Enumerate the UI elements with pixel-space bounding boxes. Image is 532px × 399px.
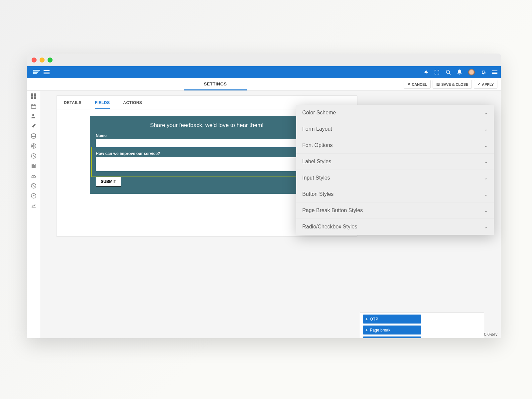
chevron-down-icon: ⌄ xyxy=(484,110,488,115)
fullscreen-icon[interactable] xyxy=(434,69,440,75)
database-icon[interactable] xyxy=(31,133,36,139)
svg-point-10 xyxy=(33,146,34,146)
gauge-icon[interactable] xyxy=(31,173,36,179)
menu-toggle-icon[interactable] xyxy=(44,70,50,74)
add-otp-button[interactable]: +OTP xyxy=(363,315,421,324)
more-menu-icon[interactable] xyxy=(492,70,497,74)
dashboard-icon[interactable] xyxy=(31,93,36,99)
appbar-actions xyxy=(423,69,497,75)
svg-rect-5 xyxy=(31,104,36,108)
accordion-page-break-button-styles[interactable]: Page Break Button Styles⌄ xyxy=(296,202,494,219)
chevron-down-icon: ⌄ xyxy=(484,192,488,197)
accordion-label: Label Styles xyxy=(302,159,331,165)
palette-label: OTP xyxy=(370,317,378,322)
styles-panel: Color Scheme⌄Form Layout⌄Font Options⌄La… xyxy=(296,105,494,235)
accordion-label: Form Layout xyxy=(302,126,332,132)
accordion-button-styles[interactable]: Button Styles⌄ xyxy=(296,186,494,202)
user-icon[interactable] xyxy=(31,113,36,119)
accordion-label: Page Break Button Styles xyxy=(302,207,363,213)
app-logo xyxy=(30,70,44,74)
apply-button[interactable]: ✓APPLY xyxy=(474,80,497,89)
svg-rect-3 xyxy=(31,96,33,99)
settings-bar: SETTINGS ✕CANCEL 🖫SAVE & CLOSE ✓APPLY xyxy=(27,78,501,91)
left-sidebar xyxy=(27,91,40,338)
traffic-light-minimize[interactable] xyxy=(40,58,45,63)
save-icon: 🖫 xyxy=(436,82,440,86)
chevron-down-icon: ⌄ xyxy=(484,224,488,229)
chevron-down-icon: ⌄ xyxy=(484,159,488,164)
macos-titlebar xyxy=(27,54,501,66)
gear-icon[interactable] xyxy=(481,69,486,75)
puzzle-icon[interactable] xyxy=(31,163,36,169)
cancel-button[interactable]: ✕CANCEL xyxy=(404,80,431,89)
submit-button[interactable]: SUBMIT xyxy=(96,177,121,187)
accordion-label: Button Styles xyxy=(302,191,333,197)
tab-fields[interactable]: FIELDS xyxy=(95,100,110,109)
accordion-font-options[interactable]: Font Options⌄ xyxy=(296,137,494,154)
rocket-icon[interactable] xyxy=(31,123,36,129)
plus-icon: + xyxy=(365,317,368,322)
accordion-label: Radio/Checkbox Styles xyxy=(302,224,357,230)
accordion-input-styles[interactable]: Input Styles⌄ xyxy=(296,170,494,186)
ban-icon[interactable] xyxy=(31,183,36,189)
field-label: How can we improve our service? xyxy=(96,151,318,156)
accordion-radio-checkbox-styles[interactable]: Radio/Checkbox Styles⌄ xyxy=(296,219,494,235)
chevron-down-icon: ⌄ xyxy=(484,127,488,132)
chevron-down-icon: ⌄ xyxy=(484,208,488,213)
chevron-down-icon: ⌄ xyxy=(484,143,488,148)
clock2-icon[interactable] xyxy=(31,193,36,199)
add-password-button[interactable]: +Password xyxy=(363,336,421,338)
improve-textarea[interactable] xyxy=(96,157,318,171)
traffic-light-close[interactable] xyxy=(32,58,37,63)
plus-icon: + xyxy=(365,328,368,332)
traffic-light-zoom[interactable] xyxy=(48,58,53,63)
accordion-label: Font Options xyxy=(302,142,333,148)
add-page-break-button[interactable]: +Page break xyxy=(363,326,421,334)
settings-tab[interactable]: SETTINGS xyxy=(184,78,247,90)
accordion-label: Input Styles xyxy=(302,175,330,181)
bell-icon[interactable] xyxy=(457,69,462,75)
svg-point-7 xyxy=(32,134,36,135)
accordion-label: Color Scheme xyxy=(302,110,336,116)
close-icon: ✕ xyxy=(407,82,410,86)
name-input[interactable] xyxy=(96,139,318,147)
field-name[interactable]: Name xyxy=(96,133,318,147)
accordion-color-scheme[interactable]: Color Scheme⌄ xyxy=(296,105,494,121)
target-icon[interactable] xyxy=(31,143,36,149)
share-icon[interactable] xyxy=(423,69,428,75)
user-avatar[interactable] xyxy=(468,69,475,75)
form-title: Share your feedback, we'd love to hear t… xyxy=(96,122,318,129)
field-palette: +OTP+Page break+Password+Radio group+reC… xyxy=(360,312,484,338)
calendar-icon[interactable] xyxy=(31,103,36,109)
field-label: Name xyxy=(96,133,318,138)
appbar xyxy=(27,66,501,78)
svg-point-0 xyxy=(446,70,450,73)
accordion-form-layout[interactable]: Form Layout⌄ xyxy=(296,121,494,137)
chart-icon[interactable] xyxy=(31,203,36,208)
svg-rect-1 xyxy=(31,93,33,96)
clock-icon[interactable] xyxy=(31,153,36,159)
form-preview: Share your feedback, we'd love to hear t… xyxy=(90,116,324,194)
svg-rect-4 xyxy=(34,96,36,99)
svg-rect-2 xyxy=(34,93,36,96)
save-close-button[interactable]: 🖫SAVE & CLOSE xyxy=(433,80,472,89)
tab-actions[interactable]: ACTIONS xyxy=(123,100,142,109)
search-icon[interactable] xyxy=(446,69,451,75)
palette-label: Page break xyxy=(370,328,390,332)
check-icon: ✓ xyxy=(477,82,480,86)
field-improve[interactable]: How can we improve our service? xyxy=(94,149,320,175)
chevron-down-icon: ⌄ xyxy=(484,176,488,181)
svg-point-6 xyxy=(32,114,34,116)
accordion-label-styles[interactable]: Label Styles⌄ xyxy=(296,154,494,170)
tab-details[interactable]: DETAILS xyxy=(64,100,81,109)
